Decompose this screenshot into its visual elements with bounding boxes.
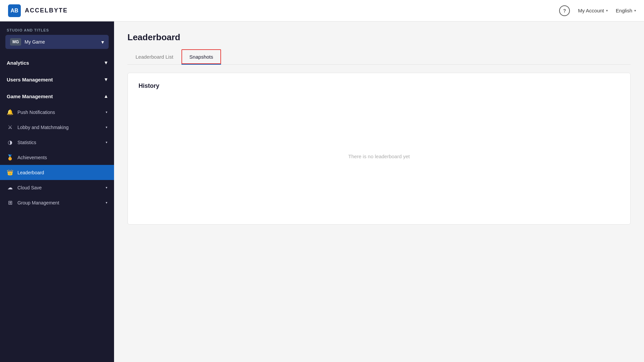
cloud-save-icon: ☁ [7,184,13,191]
history-card: History There is no leaderboard yet [127,73,631,225]
main-content: Leaderboard Leaderboard List Snapshots H… [114,21,644,362]
statistics-label: Statistics [17,140,36,145]
users-management-label: Users Management [7,77,53,82]
language-chevron-icon: ▾ [634,9,636,12]
users-management-chevron-icon: ▾ [105,76,107,82]
tab-snapshots[interactable]: Snapshots [181,51,221,65]
language-label: English [616,8,632,13]
account-chevron-icon: ▾ [606,9,608,12]
card-title: History [139,82,620,89]
sidebar-item-cloud-save[interactable]: ☁ Cloud Save ▾ [0,180,114,195]
group-management-icon: ⊞ [7,199,13,206]
my-account-label: My Account [578,8,604,13]
header: AB ACCELBYTE ? My Account ▾ English ▾ [0,0,644,21]
logo-text: ACCELBYTE [25,7,68,14]
language-button[interactable]: English ▾ [616,8,636,13]
sidebar-item-group-management[interactable]: ⊞ Group Management ▾ [0,195,114,210]
page-title: Leaderboard [127,32,631,43]
achievements-icon: 🏅 [7,154,13,161]
header-right: ? My Account ▾ English ▾ [559,5,636,16]
statistics-chevron-icon: ▾ [106,140,107,144]
game-name: My Game [24,39,98,45]
tab-leaderboard-list[interactable]: Leaderboard List [127,51,181,64]
leaderboard-icon: 👑 [7,169,13,176]
help-button[interactable]: ? [559,5,570,16]
sidebar-item-statistics[interactable]: ◑ Statistics ▾ [0,135,114,150]
sidebar-item-users-management[interactable]: Users Management ▾ [0,71,114,88]
studio-label: STUDIO AND TITLES [0,21,114,35]
sidebar-item-game-management[interactable]: Game Management ▴ [0,88,114,105]
sidebar-item-analytics[interactable]: Analytics ▾ [0,54,114,71]
sidebar-item-lobby-matchmaking[interactable]: ⚔ Lobby and Matchmaking ▾ [0,120,114,135]
game-selector-chevron-icon: ▾ [101,39,104,45]
sidebar-item-achievements[interactable]: 🏅 Achievements [0,150,114,165]
game-selector[interactable]: MG My Game ▾ [5,35,109,49]
achievements-label: Achievements [17,155,47,160]
swords-icon: ⚔ [7,124,13,130]
sidebar-item-leaderboard[interactable]: 👑 Leaderboard [0,165,114,180]
cloud-save-chevron-icon: ▾ [106,186,107,189]
empty-state-message: There is no leaderboard yet [139,98,620,215]
header-left: AB ACCELBYTE [8,4,68,17]
statistics-icon: ◑ [7,139,13,145]
push-notifications-chevron-icon: ▾ [106,110,107,114]
sidebar-item-push-notifications[interactable]: 🔔 Push Notifications ▾ [0,105,114,120]
analytics-label: Analytics [7,60,29,66]
game-badge: MG [10,38,21,46]
tabs-bar: Leaderboard List Snapshots [127,51,631,65]
leaderboard-label: Leaderboard [17,170,44,175]
lobby-matchmaking-label: Lobby and Matchmaking [17,125,69,130]
cloud-save-label: Cloud Save [17,185,42,190]
game-management-chevron-icon: ▴ [105,93,107,99]
game-management-label: Game Management [7,94,53,99]
layout: STUDIO AND TITLES MG My Game ▾ Analytics… [0,21,644,362]
my-account-button[interactable]: My Account ▾ [578,8,608,13]
push-notifications-label: Push Notifications [17,110,55,115]
group-management-chevron-icon: ▾ [106,201,107,204]
group-management-label: Group Management [17,200,59,205]
bell-icon: 🔔 [7,109,13,115]
analytics-chevron-icon: ▾ [105,60,107,66]
logo-icon: AB [8,4,21,17]
sidebar: STUDIO AND TITLES MG My Game ▾ Analytics… [0,21,114,362]
lobby-chevron-icon: ▾ [106,125,107,129]
